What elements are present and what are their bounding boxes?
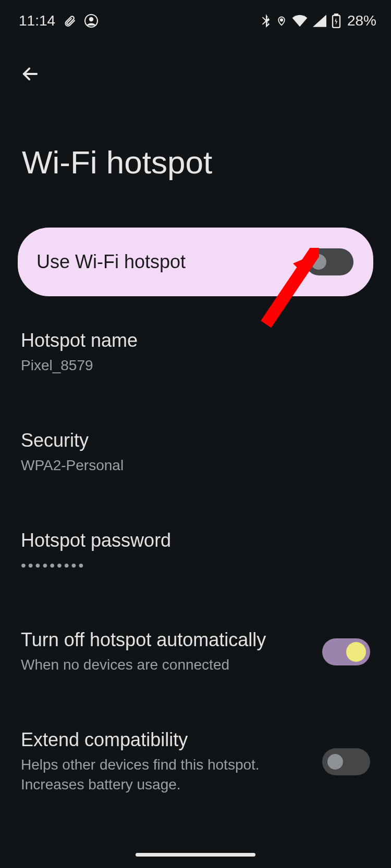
auto-off-toggle[interactable]: [322, 638, 370, 665]
status-time: 11:14: [19, 12, 55, 29]
auto-off-sub: When no devices are connected: [21, 655, 310, 675]
hotspot-name-title: Hotspot name: [21, 330, 370, 351]
security-row[interactable]: Security WPA2-Personal: [18, 415, 373, 490]
extend-compat-row[interactable]: Extend compatibility Helps other devices…: [18, 714, 373, 809]
security-value: WPA2-Personal: [21, 456, 370, 475]
svg-point-1: [89, 17, 93, 21]
arrow-left-icon: [19, 63, 41, 85]
battery-charging-icon: [332, 14, 341, 28]
extend-compat-title: Extend compatibility: [21, 729, 310, 751]
toggle-thumb: [327, 754, 343, 770]
battery-percentage: 28%: [347, 12, 376, 29]
extend-compat-sub: Helps other devices find this hotspot. I…: [21, 755, 310, 795]
auto-off-title: Turn off hotspot automatically: [21, 629, 310, 651]
auto-off-row[interactable]: Turn off hotspot automatically When no d…: [18, 614, 373, 689]
toggle-thumb: [346, 642, 366, 662]
use-wifi-hotspot-toggle[interactable]: [306, 248, 353, 275]
use-wifi-hotspot-label: Use Wi-Fi hotspot: [36, 251, 186, 273]
cell-signal-icon: [313, 15, 326, 27]
location-icon: [276, 14, 287, 28]
attachment-icon: [64, 14, 76, 28]
security-title: Security: [21, 430, 370, 451]
svg-rect-4: [335, 14, 338, 16]
page-title: Wi-Fi hotspot: [22, 144, 391, 181]
wifi-icon: [292, 15, 308, 27]
extend-compat-toggle[interactable]: [322, 748, 370, 775]
password-value: •••••••••: [21, 556, 370, 575]
toggle-thumb: [311, 254, 326, 270]
nav-bar-handle[interactable]: [136, 853, 255, 857]
status-bar: 11:14 28%: [0, 0, 391, 35]
svg-point-2: [280, 19, 283, 21]
bluetooth-icon: [261, 14, 271, 28]
use-wifi-hotspot-row[interactable]: Use Wi-Fi hotspot: [18, 228, 373, 296]
back-button[interactable]: [18, 61, 43, 86]
avatar-circle-icon: [84, 14, 98, 28]
hotspot-name-row[interactable]: Hotspot name Pixel_8579: [18, 315, 373, 390]
hotspot-name-value: Pixel_8579: [21, 356, 370, 375]
password-row[interactable]: Hotspot password •••••••••: [18, 515, 373, 590]
password-title: Hotspot password: [21, 530, 370, 551]
